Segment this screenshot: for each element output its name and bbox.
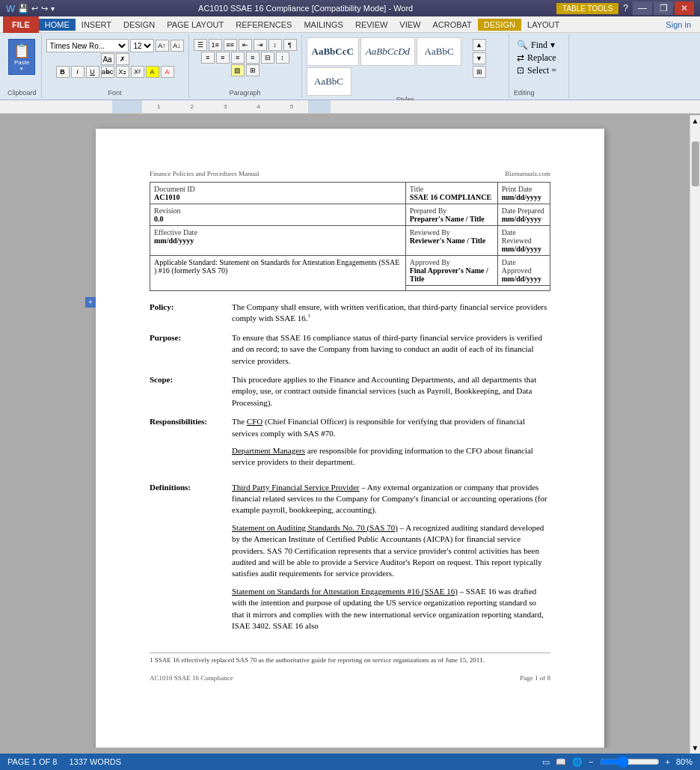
header-right: Bizmanualz.com [505, 170, 550, 177]
align-center-button[interactable]: ≡ [216, 52, 230, 64]
file-menu[interactable]: FILE [3, 16, 39, 33]
mailings-menu[interactable]: MAILINGS [298, 19, 349, 31]
decrease-font-button[interactable]: A↓ [171, 40, 184, 52]
align-right-button[interactable]: ≡ [231, 52, 245, 64]
scrollbar-thumb[interactable] [692, 141, 699, 186]
paste-button[interactable]: 📋 Paste ▾ [8, 39, 35, 75]
maximize-button[interactable]: ❒ [654, 1, 673, 15]
clear-format-button[interactable]: ✗ [116, 53, 129, 65]
font-size-selector[interactable]: 12 [130, 39, 154, 52]
subscript-button[interactable]: X₂ [116, 66, 129, 78]
page-layout-menu[interactable]: PAGE LAYOUT [161, 19, 230, 31]
heading1-style[interactable]: AaBbC [417, 37, 461, 66]
find-button[interactable]: 🔍 Find ▾ [514, 39, 558, 52]
policy-section: Policy: The Company shall ensure, with w… [150, 302, 550, 325]
table-design-menu[interactable]: DESIGN [478, 19, 521, 31]
insert-menu[interactable]: INSERT [76, 19, 117, 31]
responsibilities-section: Responsibilities: The CFO (Chief Financi… [150, 416, 550, 474]
bullets-button[interactable]: ☰ [194, 39, 207, 51]
reviewed-by-label: Reviewed By [410, 228, 494, 236]
doc-id-label: Document ID [154, 185, 402, 193]
paragraph-group: ☰ 1≡ ≡≡ ⇤ ⇥ ↕ ¶ ≡ ≡ ≡ ≡ ⊟ ↕ ▨ ⊞ Paragrap… [189, 34, 302, 98]
zoom-increase-button[interactable]: + [666, 757, 670, 766]
help-button[interactable]: ? [620, 3, 631, 13]
scroll-down-button[interactable]: ▼ [690, 742, 700, 754]
replace-button[interactable]: ⇄ Replace [514, 52, 559, 64]
revision-value: 0.0 [154, 215, 402, 223]
strikethrough-button[interactable]: ab̶c [101, 66, 114, 78]
undo-icon[interactable]: ↩ [31, 4, 38, 13]
minimize-button[interactable]: — [633, 1, 652, 15]
definitions-section: Definitions: Third Party Financial Servi… [150, 482, 550, 638]
table-layout-menu[interactable]: LAYOUT [521, 19, 565, 31]
home-menu[interactable]: HOME [39, 19, 76, 31]
increase-font-button[interactable]: A↑ [156, 40, 169, 52]
select-icon: ⊡ [517, 65, 524, 76]
aabbccd-style[interactable]: AaBbCcDd [360, 37, 415, 66]
revision-label: Revision [154, 207, 402, 215]
acrobat-menu[interactable]: ACROBAT [426, 19, 477, 31]
title-cell: Title SSAE 16 COMPLIANCE [405, 183, 497, 204]
font-name-selector[interactable]: Times New Ro... [46, 39, 129, 52]
scrollbar[interactable]: ▲ ▼ [690, 115, 700, 754]
approved-by-label: Approved By [410, 258, 494, 266]
line-spacing-button[interactable]: ↕ [276, 52, 289, 64]
zoom-decrease-button[interactable]: − [589, 757, 593, 766]
design-menu[interactable]: DESIGN [117, 19, 161, 31]
bold-button[interactable]: B [56, 66, 70, 78]
styles-expand[interactable]: ⊞ [473, 66, 486, 78]
highlight-button[interactable]: A [146, 66, 159, 78]
decrease-indent-button[interactable]: ⇤ [239, 39, 252, 51]
print-layout-icon[interactable]: ▭ [542, 757, 550, 767]
save-icon[interactable]: 💾 [18, 4, 28, 13]
scroll-up-button[interactable]: ▲ [690, 115, 700, 126]
print-date-value: mm/dd/yyyy [502, 193, 546, 201]
web-layout-icon[interactable]: 🌐 [572, 757, 583, 767]
references-menu[interactable]: REFERENCES [230, 19, 298, 31]
align-left-button[interactable]: ≡ [201, 52, 215, 64]
font-case-button[interactable]: Aa [101, 53, 114, 65]
read-mode-icon[interactable]: 📖 [556, 757, 566, 767]
status-right: ▭ 📖 🌐 − + 80% [542, 756, 693, 768]
italic-button[interactable]: I [71, 66, 85, 78]
table-add-button[interactable]: + [85, 297, 96, 308]
styles-scroll-up[interactable]: ▲ [473, 39, 486, 51]
view-menu[interactable]: VIEW [393, 19, 426, 31]
window-controls: — ❒ ✕ [633, 1, 694, 15]
select-button[interactable]: ⊡ Select = [514, 64, 559, 77]
definitions-content: Third Party Financial Service Provider –… [232, 482, 550, 638]
zoom-level: 80% [676, 757, 693, 766]
date-prepared-cell: Date Prepared mm/dd/yyyy [497, 204, 550, 226]
review-menu[interactable]: REVIEW [349, 19, 393, 31]
title-label: Title [410, 185, 494, 193]
zoom-slider[interactable] [600, 756, 660, 768]
date-prepared-label: Date Prepared [502, 207, 546, 215]
cfo-underline: CFO [247, 417, 262, 426]
borders-button[interactable]: ⊞ [246, 64, 260, 76]
underline-button[interactable]: U [86, 66, 99, 78]
sort-button[interactable]: ↕ [268, 39, 282, 51]
heading2-style[interactable]: AaBbC [307, 67, 351, 96]
editing-label: Editing [514, 88, 535, 97]
scope-content: This procedure applies to the Finance an… [232, 374, 550, 409]
redo-icon[interactable]: ↪ [41, 4, 48, 13]
date-reviewed-label: Date Reviewed [502, 228, 546, 245]
styles-scroll-down[interactable]: ▼ [473, 52, 486, 64]
superscript-button[interactable]: X² [131, 66, 144, 78]
show-marks-button[interactable]: ¶ [283, 39, 297, 51]
columns-button[interactable]: ⊟ [261, 52, 274, 64]
numbering-button[interactable]: 1≡ [209, 39, 222, 51]
shading-button[interactable]: ▨ [231, 64, 245, 76]
reviewed-by-value: Reviewer's Name / Title [410, 236, 494, 245]
multilevel-button[interactable]: ≡≡ [224, 39, 237, 51]
scope-section: Scope: This procedure applies to the Fin… [150, 374, 550, 409]
justify-button[interactable]: ≡ [246, 52, 260, 64]
sign-in-button[interactable]: Sign in [660, 20, 697, 29]
font-color-button[interactable]: A [161, 66, 174, 78]
menu-bar: FILE HOME INSERT DESIGN PAGE LAYOUT REFE… [0, 16, 700, 33]
purpose-label: Purpose: [150, 332, 232, 367]
date-reviewed-value: mm/dd/yyyy [502, 245, 546, 253]
close-button[interactable]: ✕ [675, 1, 694, 15]
aabbcc-style[interactable]: AaBbCcC [307, 37, 359, 66]
increase-indent-button[interactable]: ⇥ [254, 39, 267, 51]
